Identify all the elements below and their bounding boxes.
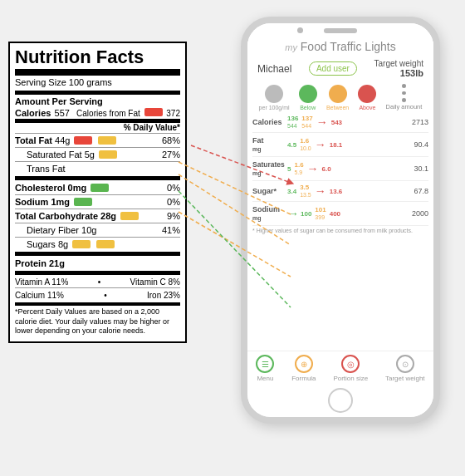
calories-indicator-red	[144, 108, 163, 116]
nav-formula-label: Formula	[291, 375, 316, 382]
phone-camera	[297, 27, 303, 33]
target-weight-value: 153lb	[374, 68, 423, 78]
cholesterol-label: Cholesterol 0mg	[15, 183, 86, 193]
nav-portion[interactable]: ◎ Portion size	[333, 355, 368, 382]
total-carb-row: Total Carbohydrate 28g 9%	[15, 210, 180, 222]
phone-screen: my Food Traffic Lights Michael Add user …	[247, 35, 433, 384]
sodium-red-val: 400	[330, 210, 340, 218]
protein-label: Protein 21g	[15, 258, 65, 268]
sodium-label: Sodium 1mg	[15, 197, 70, 207]
sodium-row: Sodium 1mg 0%	[15, 196, 180, 208]
sugar-row-name: Sugar*	[252, 187, 287, 195]
fat-yellow-bot: 10.0	[300, 145, 311, 151]
data-row-fat: Fatmg 4.5 1.6 10.0 → 18.1 90.4	[252, 133, 428, 157]
nav-target-label: Target weight	[385, 375, 425, 382]
phone-speaker	[324, 28, 357, 33]
divider	[15, 271, 180, 275]
dietary-fiber-label: Dietary Fiber 10g	[27, 225, 96, 235]
protein-row: Protein 21g	[15, 258, 180, 269]
phone-bottom	[247, 384, 433, 417]
cal-from-fat-label: Calories from Fat 372	[76, 108, 180, 118]
divider	[15, 287, 180, 288]
daily-label: Daily amount	[386, 104, 423, 110]
data-row-sugar: Sugar* 3.4 3.5 13.5 → 13.6 67.8	[252, 181, 428, 202]
sugar-yellow-bot: 13.5	[300, 192, 311, 198]
phone-container: my Food Traffic Lights Michael Add user …	[241, 17, 440, 424]
daily-dots	[402, 84, 406, 102]
light-daily-col: Daily amount	[386, 84, 423, 110]
sat-row-values: 5 1.6 5.9 → 6.0	[287, 162, 402, 175]
light-red	[358, 85, 376, 103]
add-user-button[interactable]: Add user	[309, 61, 357, 76]
sat-fat-label: Saturated Fat 5g	[27, 150, 95, 159]
dot3	[402, 98, 406, 102]
sodium-daily: 2000	[402, 209, 428, 218]
nav-formula[interactable]: ⊕ Formula	[291, 355, 316, 382]
thick-divider	[15, 91, 180, 95]
sugar-green-val: 3.4	[287, 188, 296, 195]
menu-icon: ☰	[256, 355, 274, 373]
nutrition-title: Nutrition Facts	[15, 48, 180, 76]
bottom-nav: ☰ Menu ⊕ Formula ◎ Portion size ⊙ Target…	[247, 351, 433, 384]
calories-row-values: 136 544 137 544 → 543	[287, 115, 402, 129]
sodium-green-val: 100	[301, 210, 311, 218]
cal-arrow: →	[316, 115, 328, 129]
home-button[interactable]	[328, 388, 353, 413]
iron: Iron 23%	[147, 291, 180, 300]
light-green	[299, 85, 317, 103]
sugar-yellow-top: 3.5	[300, 184, 311, 191]
sat-yellow-bot: 5.9	[294, 169, 303, 175]
fat-row-name: Fatmg	[252, 136, 287, 153]
dietary-fiber-row: Dietary Fiber 10g 41%	[15, 224, 180, 236]
total-fat-indicator	[74, 136, 92, 145]
divider	[15, 133, 180, 134]
nav-menu[interactable]: ☰ Menu	[256, 355, 274, 382]
trans-fat-row: Trans Fat	[15, 163, 180, 174]
sodium-yellow-bot: 399	[315, 214, 326, 220]
fat-red-val: 18.1	[330, 141, 343, 149]
main-container: Nutrition Facts Serving Size 100 grams A…	[0, 0, 465, 476]
sugar-note: * Higher values of sugar can be consumed…	[252, 226, 428, 235]
dietary-fiber-percent: 41%	[162, 225, 180, 235]
target-icon: ⊙	[396, 355, 414, 373]
fat-arrow: →	[315, 138, 326, 151]
total-fat-row: Total Fat 44g 68%	[15, 135, 180, 146]
calories-row-name: Calories	[252, 118, 287, 126]
minerals-row: Calcium 11% • Iron 23%	[15, 291, 180, 300]
sodium-row-values: → 100 101 399 400	[287, 207, 402, 220]
sodium-yellow-vals: 101 399	[315, 207, 326, 220]
sat-fat-row: Saturated Fat 5g 27%	[15, 149, 180, 160]
total-fat-indicator2	[98, 136, 116, 145]
cal-green-vals: 136 544	[287, 115, 298, 129]
sugar-daily: 67.8	[402, 187, 428, 195]
sodium-percent: 0%	[167, 197, 180, 207]
light-yellow	[329, 85, 347, 103]
sugar-red-val: 13.6	[330, 188, 343, 195]
total-fat-value: 44g	[55, 135, 70, 145]
total-fat-label: Total Fat	[15, 135, 52, 145]
light-green-col: Below	[299, 85, 317, 110]
trans-fat-label: Trans Fat	[27, 164, 66, 174]
total-fat-percent: 68%	[162, 135, 180, 145]
cal-yellow-bot: 544	[301, 123, 312, 129]
data-row-sodium: Sodiummg → 100 101 399 400	[252, 202, 428, 226]
target-weight-container: Target weight 153lb	[374, 59, 423, 78]
sat-yellow-top: 1.6	[294, 162, 303, 169]
fat-green-val: 4.5	[287, 141, 296, 149]
divider	[15, 252, 180, 256]
above-label: Above	[359, 105, 375, 110]
data-row-saturates: Saturatesmg 5 1.6 5.9 → 6.0 30.1	[252, 157, 428, 181]
divider	[15, 194, 180, 195]
nav-target[interactable]: ⊙ Target weight	[385, 355, 425, 382]
cal-yellow-vals: 137 544	[301, 115, 312, 129]
sat-arrow: →	[307, 162, 319, 175]
data-section: Calories 136 544 137 544 → 543	[247, 112, 433, 351]
sodium-yellow-top: 101	[315, 207, 326, 213]
vit-c: Vitamin C 8%	[130, 277, 180, 287]
divider	[15, 237, 180, 238]
app-title-main: Food Traffic Lights	[301, 40, 396, 53]
nutrition-panel: Nutrition Facts Serving Size 100 grams A…	[8, 42, 187, 343]
sat-red-val: 6.0	[322, 165, 331, 173]
sugars-indicator2	[96, 240, 115, 248]
cal-green-bot: 544	[287, 123, 298, 129]
